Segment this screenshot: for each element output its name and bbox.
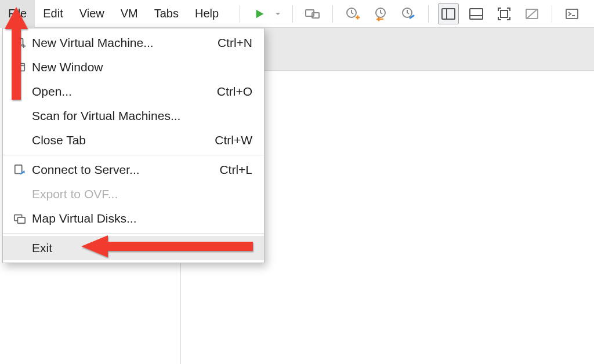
menu-tabs[interactable]: Tabs [146,0,187,28]
menuitem-label: Scan for Virtual Machines... [32,109,252,123]
menuitem-label: Connect to Server... [32,163,219,177]
view-fullscreen-button[interactable] [494,3,515,24]
clock-plus-icon [345,6,360,21]
svg-rect-13 [15,39,23,45]
unity-icon [524,6,539,21]
svg-rect-5 [442,9,455,19]
toolbar [227,3,582,24]
menuitem-label: Exit [32,241,252,255]
menuitem-label: Export to OVF... [32,187,252,201]
menuitem-label: New Virtual Machine... [32,36,218,50]
menu-help[interactable]: Help [187,0,227,28]
play-button[interactable] [249,3,270,24]
svg-rect-1 [312,13,319,18]
menu-vm[interactable]: VM [113,0,146,28]
menu-help-label: Help [195,7,219,20]
fullscreen-icon [497,6,512,21]
menubar: File Edit View VM Tabs Help [0,0,594,28]
menuitem-export-ovf: Export to OVF... [3,182,264,206]
server-connect-icon [8,163,32,176]
disks-icon [8,212,32,225]
sidebar-icon [441,6,456,21]
toolbar-separator [240,5,240,23]
menu-tabs-label: Tabs [154,7,179,20]
menu-file[interactable]: File [0,0,35,28]
open-console-button[interactable] [562,3,582,24]
clock-wrench-icon [401,6,416,21]
toolbar-separator [552,5,552,23]
snapshot-take-button[interactable] [342,3,363,24]
toolbar-separator [428,5,429,23]
menu-separator [3,155,264,155]
svg-rect-18 [17,217,25,223]
menuitem-shortcut: Ctrl+O [217,85,252,99]
svg-rect-14 [15,64,25,71]
menu-view[interactable]: View [71,0,113,28]
send-ctrl-alt-del-button[interactable] [302,3,323,24]
menu-file-label: File [8,7,27,20]
menu-vm-label: VM [121,7,138,20]
menu-edit[interactable]: Edit [35,0,71,28]
toolbar-separator [292,5,293,23]
screen-plus-icon [8,37,32,49]
menuitem-label: Close Tab [32,133,215,147]
snapshot-manage-button[interactable] [398,3,419,24]
view-unity-button[interactable] [521,3,542,24]
file-dropdown: New Virtual Machine... Ctrl+N New Window… [2,28,265,263]
menuitem-shortcut: Ctrl+L [219,163,252,177]
play-dropdown-button[interactable] [273,3,283,24]
menuitem-exit[interactable]: Exit [3,236,264,260]
snapshot-revert-button[interactable] [370,3,391,24]
view-console-button[interactable] [466,3,487,24]
menuitem-shortcut: Ctrl+W [215,133,252,147]
chevron-down-icon [274,10,281,17]
menu-edit-label: Edit [43,7,63,20]
menuitem-shortcut: Ctrl+N [218,36,252,50]
menuitem-label: Open... [32,85,217,99]
view-sidebar-button[interactable] [438,3,459,24]
keyboard-icon [305,6,321,22]
svg-rect-9 [501,10,508,17]
menuitem-new-window[interactable]: New Window [3,55,264,79]
menu-view-label: View [79,7,104,20]
svg-line-11 [527,9,537,19]
menuitem-connect-server[interactable]: Connect to Server... Ctrl+L [3,158,264,182]
svg-rect-12 [566,9,578,19]
svg-rect-7 [470,9,483,19]
play-icon [253,8,266,20]
menuitem-open[interactable]: Open... Ctrl+O [3,79,264,104]
toolbar-separator [332,5,333,23]
terminal-icon [564,6,579,21]
svg-rect-16 [15,165,22,174]
bottom-panel-icon [469,6,484,21]
menuitem-label: Map Virtual Disks... [32,212,252,225]
clock-back-icon [373,6,388,21]
menuitem-new-vm[interactable]: New Virtual Machine... Ctrl+N [3,31,264,55]
menu-separator [3,233,264,234]
menuitem-scan[interactable]: Scan for Virtual Machines... [3,104,264,128]
window-icon [8,61,32,74]
menuitem-label: New Window [32,60,252,74]
menuitem-close-tab[interactable]: Close Tab Ctrl+W [3,128,264,152]
menuitem-map-disks[interactable]: Map Virtual Disks... [3,206,264,231]
